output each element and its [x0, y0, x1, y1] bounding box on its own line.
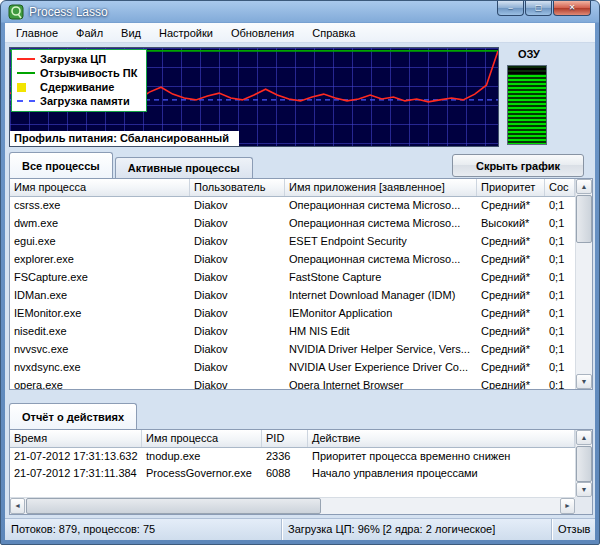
- process-row[interactable]: dwm.exeDiakovОперационная система Micros…: [10, 215, 575, 233]
- process-row[interactable]: nvvsvc.exeDiakovNVIDIA Driver Helper Ser…: [10, 341, 575, 359]
- column-header-user[interactable]: Пользователь: [190, 179, 285, 196]
- menu-bar: ГлавноеФайлВидНастройкиОбновленияСправка: [5, 23, 595, 43]
- window-title: Process Lasso: [29, 5, 108, 19]
- hide-graph-button[interactable]: Скрыть график: [452, 154, 584, 177]
- maximize-icon: ▢: [526, 1, 551, 14]
- cell: nvvsvc.exe: [10, 341, 190, 359]
- column-header-pid[interactable]: PID: [262, 430, 308, 447]
- cell: Средний*: [477, 251, 545, 269]
- status-cpu-load: Загрузка ЦП: 96% [2 ядра: 2 логическое]: [281, 519, 551, 540]
- log-scroll-up-button[interactable]: ▲: [576, 430, 592, 445]
- process-row[interactable]: IEMonitor.exeDiakovIEMonitor Application…: [10, 305, 575, 323]
- process-row[interactable]: explorer.exeDiakovОперационная система M…: [10, 251, 575, 269]
- arrow-up-icon: ▲: [577, 180, 591, 193]
- cell: 21-07-2012 17:31:13.632: [10, 448, 142, 465]
- report-table-body: 21-07-2012 17:31:13.632tnodup.exe2336При…: [10, 448, 592, 482]
- cell: csrss.exe: [10, 197, 190, 215]
- process-row[interactable]: csrss.exeDiakovОперационная система Micr…: [10, 197, 575, 215]
- status-bar: Потоков: 879, процессов: 75 Загрузка ЦП:…: [5, 518, 595, 540]
- log-row[interactable]: 21-07-2012 17:31:13.632tnodup.exe2336При…: [10, 448, 592, 465]
- legend-label: Загрузка ЦП: [40, 53, 106, 65]
- cell: ProcessGovernor.exe: [142, 465, 262, 482]
- cell: 0;1: [545, 377, 575, 389]
- cell: nvxdsync.exe: [10, 359, 190, 377]
- cell: 0;1: [545, 359, 575, 377]
- arrow-right-icon: ►: [561, 499, 574, 513]
- process-row[interactable]: opera.exeDiakovOpera Internet BrowserСре…: [10, 377, 575, 389]
- cell: Средний*: [477, 341, 545, 359]
- process-row[interactable]: IDMan.exeDiakovInternet Download Manager…: [10, 287, 575, 305]
- maximize-button[interactable]: ▢: [525, 1, 552, 16]
- menu-item-view[interactable]: Вид: [112, 24, 150, 42]
- tab-action-log[interactable]: Отчёт о действиях: [9, 403, 137, 429]
- ram-label: ОЗУ: [505, 48, 553, 60]
- column-header-process-name[interactable]: Имя процесса: [10, 179, 190, 196]
- cell: Средний*: [477, 323, 545, 341]
- column-header-time[interactable]: Время: [10, 430, 142, 447]
- menu-item-help[interactable]: Справка: [303, 24, 364, 42]
- column-header-state[interactable]: Сос: [545, 179, 575, 196]
- scroll-down-button[interactable]: ▼: [576, 374, 592, 389]
- client-area: Загрузка ЦПОтзывчивость ПКСдерживаниеЗаг…: [5, 43, 595, 540]
- log-hscroll-thumb[interactable]: [26, 498, 321, 514]
- arrow-down-icon: ▼: [577, 483, 591, 496]
- cell: explorer.exe: [10, 251, 190, 269]
- legend-label: Загрузка памяти: [40, 95, 130, 107]
- cell: 0;1: [545, 305, 575, 323]
- tab-all-processes[interactable]: Все процессы: [9, 152, 113, 178]
- scroll-right-button[interactable]: ►: [560, 498, 575, 514]
- scrollbar-corner: [575, 497, 592, 514]
- log-scroll-thumb[interactable]: [576, 446, 592, 482]
- cell: Diakov: [190, 341, 285, 359]
- ram-meter: [507, 65, 547, 145]
- cell: FastStone Capture: [285, 269, 477, 287]
- arrow-left-icon: ◄: [11, 499, 24, 513]
- menu-item-main[interactable]: Главное: [7, 24, 67, 42]
- log-vscrollbar[interactable]: ▲ ▼: [575, 430, 592, 497]
- minimize-button[interactable]: –: [497, 1, 524, 16]
- menu-item-updates[interactable]: Обновления: [222, 24, 303, 42]
- cell: Средний*: [477, 359, 545, 377]
- legend-label: Сдерживание: [40, 81, 114, 93]
- cell: Diakov: [190, 323, 285, 341]
- graph-legend: Загрузка ЦПОтзывчивость ПКСдерживаниеЗаг…: [11, 49, 147, 112]
- scroll-left-button[interactable]: ◄: [10, 498, 25, 514]
- column-header-log-process[interactable]: Имя процесса: [142, 430, 262, 447]
- process-row[interactable]: nisedit.exeDiakovHM NIS EditСредний*0;1: [10, 323, 575, 341]
- tab-active-processes[interactable]: Активные процессы: [115, 157, 253, 178]
- close-button[interactable]: ✕: [553, 1, 591, 16]
- legend-label: Отзывчивость ПК: [40, 67, 137, 79]
- ram-fill: [508, 75, 546, 144]
- cell: nisedit.exe: [10, 323, 190, 341]
- process-vscrollbar[interactable]: ▲ ▼: [575, 179, 592, 389]
- scroll-up-button[interactable]: ▲: [576, 179, 592, 194]
- column-header-action[interactable]: Действие: [308, 430, 575, 447]
- cell: opera.exe: [10, 377, 190, 389]
- menu-item-file[interactable]: Файл: [67, 24, 112, 42]
- process-scroll-thumb[interactable]: [576, 195, 592, 243]
- menu-item-settings[interactable]: Настройки: [150, 24, 222, 42]
- cell: Средний*: [477, 377, 545, 389]
- process-row[interactable]: nvxdsync.exeDiakovNVIDIA User Experience…: [10, 359, 575, 377]
- cell: NVIDIA Driver Helper Service, Vers...: [285, 341, 477, 359]
- process-row[interactable]: FSCapture.exeDiakovFastStone CaptureСред…: [10, 269, 575, 287]
- status-threads-processes: Потоков: 879, процессов: 75: [5, 519, 281, 540]
- log-scroll-down-button[interactable]: ▼: [576, 482, 592, 497]
- cell: HM NIS Edit: [285, 323, 477, 341]
- cell: NVIDIA User Experience Driver Co...: [285, 359, 477, 377]
- cell: Начало управления процессами: [308, 465, 592, 482]
- log-row[interactable]: 21-07-2012 17:31:11.384ProcessGovernor.e…: [10, 465, 592, 482]
- cell: egui.exe: [10, 233, 190, 251]
- log-hscrollbar[interactable]: ◄ ►: [10, 497, 575, 514]
- arrow-up-icon: ▲: [577, 431, 591, 444]
- cell: Diakov: [190, 305, 285, 323]
- legend-item: Загрузка памяти: [17, 94, 137, 108]
- process-row[interactable]: egui.exeDiakovESET Endpoint SecurityСред…: [10, 233, 575, 251]
- column-header-app-name[interactable]: Имя приложения [заявленное]: [285, 179, 477, 196]
- cell: IEMonitor.exe: [10, 305, 190, 323]
- process-table-header: Имя процесса Пользователь Имя приложения…: [10, 179, 575, 197]
- column-header-priority[interactable]: Приоритет: [477, 179, 545, 196]
- cell: dwm.exe: [10, 215, 190, 233]
- legend-item: Загрузка ЦП: [17, 52, 137, 66]
- cell: Diakov: [190, 269, 285, 287]
